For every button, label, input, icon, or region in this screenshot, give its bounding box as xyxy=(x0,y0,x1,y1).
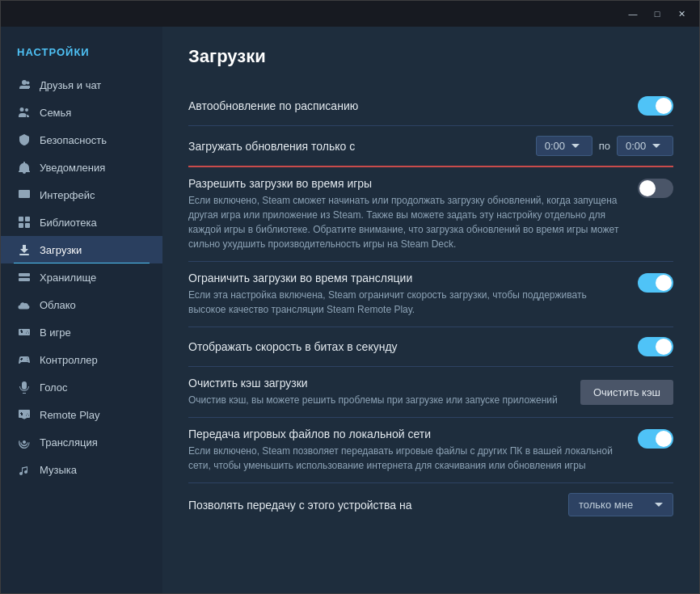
limit-broadcast-toggle[interactable] xyxy=(638,273,673,293)
setting-clear-cache: Очистить кэш загрузки Очистив кэш, вы мо… xyxy=(188,367,673,418)
sidebar-item-music[interactable]: Музыка xyxy=(1,456,162,483)
sidebar-item-storage[interactable]: Хранилище xyxy=(1,263,162,291)
svg-rect-5 xyxy=(25,223,30,228)
allow-during-game-label: Разрешить загрузки во время игры xyxy=(188,177,625,190)
sidebar-label-ingame: В игре xyxy=(40,326,71,339)
sidebar-item-cloud[interactable]: Облако xyxy=(1,291,162,318)
chevron-down-icon-2 xyxy=(652,144,660,148)
sidebar-item-notifications[interactable]: Уведомления xyxy=(1,154,162,181)
clear-cache-label: Очистить кэш загрузки xyxy=(188,377,567,390)
time-separator: по xyxy=(599,140,610,152)
titlebar: — □ ✕ xyxy=(1,1,699,27)
downloads-icon xyxy=(17,242,32,257)
lan-transfer-desc: Если включено, Steam позволяет передават… xyxy=(188,444,625,473)
svg-rect-2 xyxy=(19,217,23,221)
sidebar-label-notifications: Уведомления xyxy=(40,162,105,174)
sidebar-label-broadcast: Трансляция xyxy=(40,436,98,449)
sidebar-item-family[interactable]: Семья xyxy=(1,99,162,126)
sidebar-label-music: Музыка xyxy=(40,464,77,476)
lan-transfer-toggle[interactable] xyxy=(638,429,673,449)
minimize-button[interactable]: — xyxy=(622,5,644,23)
toggle-knob-3 xyxy=(656,275,672,291)
toggle-knob-4 xyxy=(656,339,672,355)
chevron-down-icon xyxy=(571,144,580,148)
setting-download-time: Загружать обновления только с 0:00 по 0:… xyxy=(188,126,673,167)
sidebar-item-downloads[interactable]: Загрузки xyxy=(1,236,162,263)
cloud-icon xyxy=(17,297,32,312)
toggle-knob-5 xyxy=(656,431,672,447)
clear-cache-desc: Очистив кэш, вы можете решить проблемы п… xyxy=(188,393,567,407)
notifications-icon xyxy=(17,160,32,175)
sidebar-label-friends: Друзья и чат xyxy=(40,79,101,91)
sidebar-item-voice[interactable]: Голос xyxy=(1,373,162,401)
lan-transfer-label: Передача игровых файлов по локальной сет… xyxy=(188,428,625,440)
svg-point-0 xyxy=(27,82,30,85)
toggle-knob-2 xyxy=(639,180,656,196)
show-speed-toggle[interactable] xyxy=(638,337,673,356)
show-speed-label: Отображать скорость в битах в секунду xyxy=(188,340,638,353)
clear-cache-button[interactable]: Очистить кэш xyxy=(580,380,673,405)
sidebar-label-family: Семья xyxy=(40,107,71,119)
sidebar-item-security[interactable]: Безопасность xyxy=(1,126,162,154)
family-icon xyxy=(17,105,32,120)
setting-auto-update: Автообновление по расписанию xyxy=(188,86,673,126)
limit-broadcast-content: Ограничить загрузки во время трансляции … xyxy=(188,272,638,317)
time-to-dropdown[interactable]: 0:00 xyxy=(617,136,673,156)
svg-rect-1 xyxy=(19,190,30,198)
auto-update-toggle[interactable] xyxy=(638,96,673,116)
svg-rect-4 xyxy=(19,223,23,228)
music-icon xyxy=(17,462,32,477)
maximize-button[interactable]: □ xyxy=(646,5,668,23)
controller-icon xyxy=(17,352,32,367)
clear-cache-content: Очистить кэш загрузки Очистив кэш, вы мо… xyxy=(188,377,580,407)
limit-broadcast-label: Ограничить загрузки во время трансляции xyxy=(188,272,625,284)
sidebar-item-controller[interactable]: Контроллер xyxy=(1,346,162,373)
close-button[interactable]: ✕ xyxy=(670,5,693,23)
sidebar-title: НАСТРОЙКИ xyxy=(1,40,162,71)
friends-icon xyxy=(17,78,32,92)
sidebar-item-interface[interactable]: Интерфейс xyxy=(1,181,162,209)
allow-during-game-desc: Если включено, Steam сможет начинать или… xyxy=(188,193,625,251)
chevron-down-icon-3 xyxy=(655,503,663,507)
allow-transfer-value: только мне xyxy=(579,499,633,511)
sidebar-label-controller: Контроллер xyxy=(40,354,98,366)
sidebar-item-friends[interactable]: Друзья и чат xyxy=(1,71,162,99)
interface-icon xyxy=(17,187,32,202)
sidebar-label-cloud: Облако xyxy=(40,299,76,311)
sidebar-item-ingame[interactable]: В игре xyxy=(1,318,162,346)
sidebar-item-broadcast[interactable]: Трансляция xyxy=(1,428,162,456)
allow-during-game-content: Разрешить загрузки во время игры Если вк… xyxy=(188,177,638,251)
setting-allow-during-game: Разрешить загрузки во время игры Если вк… xyxy=(188,167,673,262)
allow-transfer-label: Позволять передачу с этого устройства на xyxy=(188,499,568,512)
time-from-value: 0:00 xyxy=(545,140,565,152)
sidebar-label-library: Библиотека xyxy=(40,217,97,229)
voice-icon xyxy=(17,380,32,394)
sidebar-label-voice: Голос xyxy=(40,381,68,394)
sidebar-label-security: Безопасность xyxy=(40,134,107,146)
sidebar: НАСТРОЙКИ Друзья и чат Семья Б xyxy=(1,27,162,593)
sidebar-item-remoteplay[interactable]: Remote Play xyxy=(1,401,162,428)
setting-lan-transfer: Передача игровых файлов по локальной сет… xyxy=(188,418,673,483)
time-from-dropdown[interactable]: 0:00 xyxy=(536,136,592,156)
storage-icon xyxy=(17,270,32,284)
setting-limit-broadcast: Ограничить загрузки во время трансляции … xyxy=(188,262,673,327)
svg-rect-6 xyxy=(19,254,29,255)
svg-rect-3 xyxy=(25,217,30,221)
broadcast-icon xyxy=(17,435,32,449)
toggle-knob xyxy=(656,98,672,114)
sidebar-label-remoteplay: Remote Play xyxy=(40,409,99,421)
allow-during-game-toggle[interactable] xyxy=(638,179,673,198)
time-selector-group: 0:00 по 0:00 xyxy=(536,136,673,156)
svg-point-9 xyxy=(27,274,29,276)
svg-point-10 xyxy=(27,279,29,280)
setting-show-speed: Отображать скорость в битах в секунду xyxy=(188,327,673,367)
app-window: — □ ✕ НАСТРОЙКИ Друзья и чат Семья xyxy=(0,0,700,594)
auto-update-label: Автообновление по расписанию xyxy=(188,99,638,112)
allow-transfer-dropdown[interactable]: только мне xyxy=(568,493,673,516)
lan-transfer-content: Передача игровых файлов по локальной сет… xyxy=(188,428,638,473)
sidebar-label-interface: Интерфейс xyxy=(40,189,95,201)
download-time-label: Загружать обновления только с xyxy=(188,140,536,153)
sidebar-label-storage: Хранилище xyxy=(40,272,96,284)
sidebar-item-library[interactable]: Библиотека xyxy=(1,209,162,236)
remoteplay-icon xyxy=(17,407,32,422)
